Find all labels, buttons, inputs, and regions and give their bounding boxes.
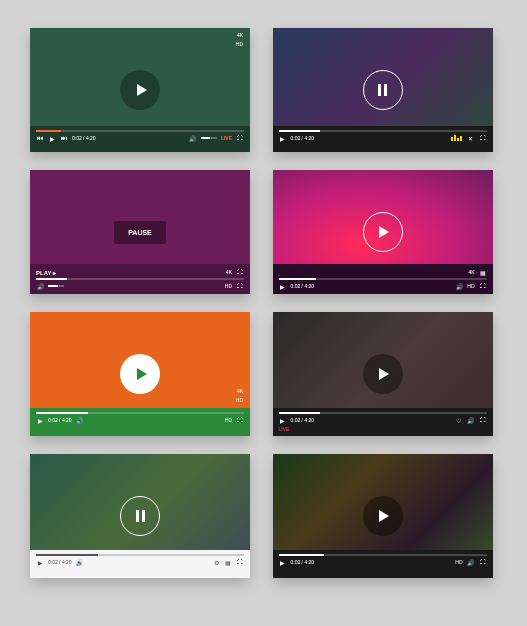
- badge-hd[interactable]: HD: [233, 41, 246, 48]
- time-display: 0:02 / 4:20: [291, 283, 315, 289]
- video-player-4: 4K ▦ ▶ 0:02 / 4:20 🔊 HD ⛶: [273, 170, 493, 294]
- play-icon: [379, 510, 389, 522]
- play-button[interactable]: [363, 212, 403, 252]
- next-icon[interactable]: ⏭: [60, 134, 68, 142]
- time-display: 0:02 / 4:20: [291, 135, 315, 141]
- pause-icon: [378, 84, 387, 96]
- progress-bar[interactable]: [279, 278, 487, 280]
- fullscreen-icon[interactable]: ⛶: [479, 282, 487, 290]
- controls-bar: PLAY ▸ 4K ⛶ 🔊 HD ⛶: [30, 264, 250, 294]
- progress-bar[interactable]: [279, 412, 487, 414]
- video-player-7: ▶ 0:02 / 4:20 🔊 ⚙ ▦ ⛶: [30, 454, 250, 578]
- controls-bar: ⏮ ▶ ⏭ 0:02 / 4:20 🔊 LIVE ⛶: [30, 126, 250, 152]
- fullscreen-icon[interactable]: ⛶: [479, 134, 487, 142]
- badge-hd[interactable]: HD: [225, 283, 232, 289]
- fullscreen-icon[interactable]: ⛶: [236, 416, 244, 424]
- badge-4k[interactable]: 4K: [226, 269, 232, 275]
- fullscreen-icon[interactable]: ⛶: [236, 558, 244, 566]
- heart-icon[interactable]: ♡: [455, 416, 463, 424]
- prev-icon[interactable]: ⏮: [36, 134, 44, 142]
- play-small-icon[interactable]: ▶: [279, 416, 287, 424]
- pause-button[interactable]: [120, 496, 160, 536]
- video-player-8: ▶ 0:02 / 4:20 HD 🔊 ⛶: [273, 454, 493, 578]
- video-player-5: 4K HD ▶ 0:02 / 4:20 🔊 HD ⛶: [30, 312, 250, 436]
- play-small-icon[interactable]: ▶: [279, 558, 287, 566]
- time-display: 0:02 / 4:20: [48, 417, 72, 423]
- fullscreen-icon[interactable]: ⛶: [236, 134, 244, 142]
- video-player-2: ▶ 0:02 / 4:20 ✕ ⛶: [273, 28, 493, 152]
- pause-button[interactable]: PAUSE: [114, 221, 166, 244]
- volume-icon[interactable]: 🔊: [189, 134, 197, 142]
- badge-4k[interactable]: 4K: [234, 388, 246, 395]
- badge-4k[interactable]: 4K: [468, 269, 474, 275]
- play-icon: [379, 226, 389, 238]
- time-display: 0:02 / 4:20: [291, 417, 315, 423]
- fullscreen-icon[interactable]: ⛶: [479, 416, 487, 424]
- play-small-icon[interactable]: ▶: [279, 134, 287, 142]
- progress-bar[interactable]: [36, 278, 244, 280]
- volume-slider[interactable]: [48, 285, 64, 287]
- play-button[interactable]: [120, 70, 160, 110]
- pause-button[interactable]: [363, 70, 403, 110]
- controls-bar: ▶ 0:02 / 4:20 ♡ 🔊 ⛶ LIVE: [273, 408, 493, 436]
- volume-icon[interactable]: 🔊: [467, 558, 475, 566]
- time-display: 0:02 / 4:20: [291, 559, 315, 565]
- time-display: 0:02 / 4:20: [72, 135, 96, 141]
- fullscreen-icon[interactable]: ⛶: [479, 558, 487, 566]
- play-small-icon[interactable]: ▶: [36, 558, 44, 566]
- progress-bar[interactable]: [279, 130, 487, 132]
- play-small-icon[interactable]: ▶: [48, 134, 56, 142]
- play-icon: [137, 84, 147, 96]
- settings-icon[interactable]: ✕: [467, 134, 475, 142]
- quality-badges: 4K HD: [233, 32, 246, 48]
- progress-bar[interactable]: [36, 554, 244, 556]
- controls-bar: ▶ 0:02 / 4:20 ✕ ⛶: [273, 126, 493, 152]
- player-grid: 4K HD ⏮ ▶ ⏭ 0:02 / 4:20 🔊 LIVE ⛶ ▶ 0:02 …: [30, 28, 497, 578]
- grid-icon[interactable]: ▦: [479, 268, 487, 276]
- play-label[interactable]: PLAY ▸: [36, 269, 56, 276]
- pause-icon: [136, 510, 145, 522]
- controls-bar: ▶ 0:02 / 4:20 🔊 ⚙ ▦ ⛶: [30, 550, 250, 578]
- play-button[interactable]: [363, 354, 403, 394]
- badge-hd[interactable]: HD: [455, 559, 462, 565]
- settings-icon[interactable]: ⚙: [212, 558, 220, 566]
- volume-slider[interactable]: [201, 137, 217, 139]
- controls-bar: 4K ▦ ▶ 0:02 / 4:20 🔊 HD ⛶: [273, 264, 493, 294]
- play-small-icon[interactable]: ▶: [36, 416, 44, 424]
- time-display: 0:02 / 4:20: [48, 559, 72, 565]
- fullscreen-icon[interactable]: ⛶: [236, 268, 244, 276]
- play-icon: [137, 368, 147, 380]
- live-badge: LIVE: [279, 426, 290, 432]
- video-player-1: 4K HD ⏮ ▶ ⏭ 0:02 / 4:20 🔊 LIVE ⛶: [30, 28, 250, 152]
- video-player-6: ▶ 0:02 / 4:20 ♡ 🔊 ⛶ LIVE: [273, 312, 493, 436]
- badge-hd[interactable]: HD: [233, 397, 246, 404]
- play-button[interactable]: [363, 496, 403, 536]
- grid-icon[interactable]: ▦: [224, 558, 232, 566]
- progress-bar[interactable]: [36, 130, 244, 132]
- equalizer-icon: [451, 135, 463, 142]
- badge-hd[interactable]: HD: [225, 417, 232, 423]
- play-small-icon[interactable]: ▶: [279, 282, 287, 290]
- volume-icon[interactable]: 🔊: [76, 416, 84, 424]
- controls-bar: ▶ 0:02 / 4:20 🔊 HD ⛶: [30, 408, 250, 436]
- video-player-3: PAUSE PLAY ▸ 4K ⛶ 🔊 HD ⛶: [30, 170, 250, 294]
- volume-icon[interactable]: 🔊: [36, 282, 44, 290]
- progress-bar[interactable]: [36, 412, 244, 414]
- progress-bar[interactable]: [279, 554, 487, 556]
- volume-icon[interactable]: 🔊: [467, 416, 475, 424]
- quality-badges: 4K HD: [233, 388, 246, 404]
- expand-icon[interactable]: ⛶: [236, 282, 244, 290]
- play-button[interactable]: [120, 354, 160, 394]
- volume-icon[interactable]: 🔊: [76, 558, 84, 566]
- controls-bar: ▶ 0:02 / 4:20 HD 🔊 ⛶: [273, 550, 493, 578]
- volume-icon[interactable]: 🔊: [455, 282, 463, 290]
- badge-4k[interactable]: 4K: [234, 32, 246, 39]
- live-badge: LIVE: [221, 135, 232, 141]
- badge-hd[interactable]: HD: [467, 283, 474, 289]
- play-icon: [379, 368, 389, 380]
